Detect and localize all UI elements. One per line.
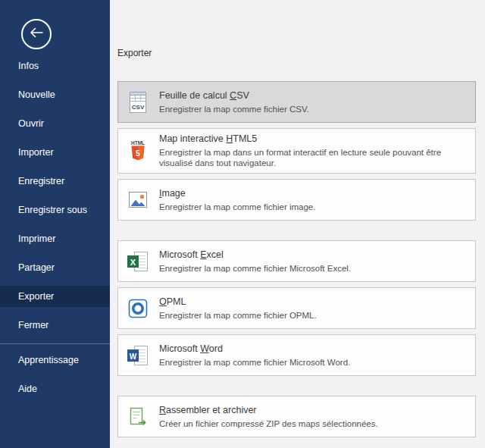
export-item-text: Microsoft WordEnregistrer la map comme f… [159,343,468,368]
sidebar-item-exporter[interactable]: Exporter [0,286,110,307]
export-item-text: ImageEnregistrer la map comme fichier im… [159,188,468,212]
export-item-title: OPML [159,296,468,308]
archive-icon [126,405,150,429]
export-item-title: Feuille de calcul CSV [159,90,468,102]
export-item-map-interactive-html5[interactable]: HTML5Map interactive HTML5Enregistrer la… [117,128,476,174]
export-item-text: Microsoft ExcelEnregistrer la map comme … [159,249,468,274]
export-pane: Exporter CSVFeuille de calcul CSVEnregis… [110,0,485,448]
back-button[interactable] [21,19,52,49]
export-item-description: Créer un fichier compressé ZIP des maps … [159,418,468,429]
export-group-2: XMicrosoft ExcelEnregistrer la map comme… [117,240,476,376]
export-item-microsoft-excel[interactable]: XMicrosoft ExcelEnregistrer la map comme… [117,240,476,282]
export-item-opml[interactable]: OPMLEnregistrer la map comme fichier OPM… [117,287,476,329]
sidebar-item-importer[interactable]: Importer [0,142,110,163]
svg-text:CSV: CSV [132,104,145,111]
export-item-text: Map interactive HTML5Enregistrer la map … [159,133,468,168]
export-item-title: Microsoft Word [159,343,468,355]
title-mnemonic: H [226,133,233,144]
title-post: PML [167,296,186,307]
title-mnemonic: W [200,343,209,354]
export-item-microsoft-word[interactable]: WMicrosoft WordEnregistrer la map comme … [117,334,476,376]
sidebar-item-apprentissage[interactable]: Apprentissage [0,349,110,371]
sidebar-nav: InfosNouvelleOuvrirImporterEnregistrerEn… [0,55,110,399]
sidebar-item-nouvelle[interactable]: Nouvelle [0,84,110,105]
export-item-description: Enregistrer la map comme fichier Microso… [159,263,468,274]
svg-text:X: X [130,257,136,266]
back-arrow-icon [29,27,44,41]
export-item-title: Microsoft Excel [159,249,468,261]
export-group-3: Rassembler et archiverCréer un fichier c… [117,396,476,437]
title-post: mage [161,188,185,199]
sidebar-item-aide[interactable]: Aide [0,378,110,399]
title-post: assembler et archiver [166,405,257,415]
sidebar-item-enregistrer-sous[interactable]: Enregistrer sous [0,199,110,221]
svg-text:HTML: HTML [131,140,145,146]
export-item-description: Enregistrer la map comme fichier Microso… [159,357,468,368]
sidebar-item-fermer[interactable]: Fermer [0,315,110,336]
sidebar-item-infos[interactable]: Infos [0,55,110,77]
word-icon: W [126,343,150,368]
title-mnemonic: E [200,249,206,260]
page-title: Exporter [117,48,476,58]
sidebar: InfosNouvelleOuvrirImporterEnregistrerEn… [0,0,110,448]
title-mnemonic: O [159,296,167,307]
title-post: ord [209,343,223,354]
svg-text:W: W [130,352,137,360]
export-item-title: Map interactive HTML5 [159,133,468,145]
sidebar-item-partager[interactable]: Partager [0,257,110,278]
export-item-description: Enregistrer la map comme fichier OPML. [159,310,468,321]
opml-icon [126,296,150,321]
backstage-view: InfosNouvelleOuvrirImporterEnregistrerEn… [0,0,485,448]
export-item-image[interactable]: ImageEnregistrer la map comme fichier im… [117,179,476,221]
sidebar-item-imprimer[interactable]: Imprimer [0,228,110,249]
export-item-rassembler-et-archiver[interactable]: Rassembler et archiverCréer un fichier c… [117,396,476,437]
export-item-feuille-de-calcul-csv[interactable]: CSVFeuille de calcul CSVEnregistrer la m… [117,81,476,123]
title-pre: Microsoft [159,343,200,354]
export-item-text: Rassembler et archiverCréer un fichier c… [159,405,468,429]
export-list: CSVFeuille de calcul CSVEnregistrer la m… [117,81,476,437]
export-item-text: OPMLEnregistrer la map comme fichier OPM… [159,296,468,321]
export-group-1: CSVFeuille de calcul CSVEnregistrer la m… [117,81,476,221]
title-pre: Feuille de calcul [159,90,230,101]
export-item-description: Enregistrer la map comme fichier CSV. [159,104,468,114]
export-item-description: Enregistrer la map comme fichier image. [159,202,468,212]
export-item-title: Image [159,188,468,199]
title-pre: Microsoft [159,249,200,260]
title-mnemonic: R [159,405,166,415]
csv-file-icon: CSV [126,90,150,114]
title-post: SV [236,90,249,101]
excel-icon: X [126,249,150,274]
svg-text:5: 5 [136,149,140,158]
title-mnemonic: C [230,90,236,101]
sidebar-separator [0,343,110,344]
sidebar-item-ouvrir[interactable]: Ouvrir [0,113,110,134]
html5-icon: HTML5 [126,139,150,163]
export-item-description: Enregistrer la map dans un format intera… [159,147,468,168]
title-post: xcel [207,249,224,260]
export-item-title: Rassembler et archiver [159,405,468,416]
image-icon [126,188,150,212]
title-pre: Map interactive [159,133,226,144]
export-item-text: Feuille de calcul CSVEnregistrer la map … [159,90,468,114]
sidebar-item-enregistrer[interactable]: Enregistrer [0,171,110,192]
title-post: TML5 [233,133,257,144]
